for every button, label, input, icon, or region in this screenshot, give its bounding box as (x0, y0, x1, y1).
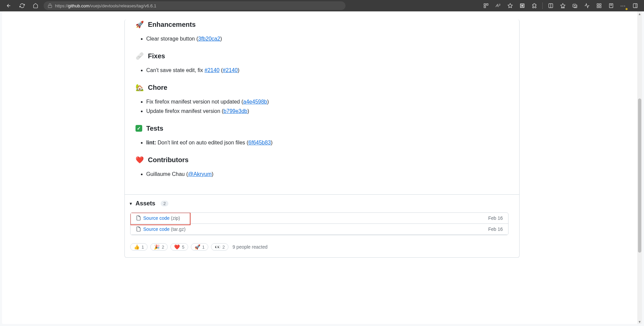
scroll-down-arrow[interactable]: ▼ (637, 319, 642, 324)
list-item: Clear storage button (3fb20ca2) (146, 35, 508, 43)
list-item: Guillaume Chau (@Akryum) (146, 170, 508, 178)
commit-link[interactable]: a4e4598b (243, 99, 267, 105)
reader-icon[interactable] (606, 0, 616, 11)
url-text: https://github.com/vuejs/devtools/releas… (55, 3, 156, 8)
bandage-icon: 🩹 (136, 51, 144, 61)
commit-link[interactable]: 6f645b83 (249, 140, 271, 145)
app-icon[interactable] (481, 0, 491, 11)
reaction-tada[interactable]: 🎉2 (150, 243, 168, 251)
fixes-heading: 🩹Fixes (136, 51, 508, 61)
svg-rect-1 (484, 4, 486, 5)
svg-marker-4 (508, 3, 512, 8)
reacted-summary[interactable]: 9 people reacted (232, 244, 267, 250)
extension-icon[interactable] (529, 0, 540, 11)
release-body: 🚀Enhancements Clear storage button (3fb2… (124, 19, 520, 258)
favorite-icon[interactable] (505, 0, 516, 11)
svg-rect-15 (599, 4, 601, 5)
reactions-bar: 👍1 🎉2 ❤️5 🚀1 👀2 9 people reacted (125, 243, 519, 257)
scrollbar[interactable]: ▲ ▼ (637, 11, 642, 324)
svg-rect-3 (484, 6, 486, 8)
browser-toolbar: https://github.com/vuejs/devtools/releas… (0, 0, 644, 11)
asset-link-zip[interactable]: Source code (zip) (143, 215, 180, 221)
svg-rect-2 (486, 4, 488, 5)
reaction-eyes[interactable]: 👀2 (211, 243, 228, 251)
tests-heading: ✓Tests (136, 123, 508, 133)
scrollbar-thumb[interactable] (638, 99, 641, 253)
more-icon[interactable]: ⋯ (618, 0, 629, 11)
check-icon: ✓ (136, 125, 142, 132)
refresh-button[interactable] (17, 0, 28, 11)
favorites-bar-icon[interactable] (557, 0, 568, 11)
grid-extension-icon[interactable] (594, 0, 604, 11)
commit-link[interactable]: 3fb20ca2 (198, 36, 220, 42)
svg-rect-17 (599, 6, 601, 8)
lock-icon (48, 3, 52, 8)
asset-row: Source code (tar.gz) Feb 16 (130, 224, 508, 235)
enhancements-heading: 🚀Enhancements (136, 19, 508, 29)
asset-link-targz[interactable]: Source code (tar.gz) (143, 226, 185, 232)
address-bar[interactable]: https://github.com/vuejs/devtools/releas… (44, 1, 345, 10)
asset-date: Feb 16 (488, 215, 503, 221)
svg-marker-9 (560, 3, 565, 8)
zip-icon (136, 215, 141, 221)
assets-section: ▼ Assets 2 Source code (zip) Feb 16 (125, 194, 519, 243)
caret-down-icon: ▼ (129, 201, 133, 206)
performance-icon[interactable] (582, 0, 592, 11)
scroll-up-arrow[interactable]: ▲ (637, 11, 642, 16)
assets-toggle[interactable]: ▼ Assets 2 (129, 200, 508, 207)
issue-link[interactable]: #2140 (205, 67, 220, 73)
list-item: Fix firefox manifest version not updated… (146, 98, 508, 106)
issue-link[interactable]: #2140 (223, 67, 238, 73)
asset-date: Feb 16 (488, 226, 503, 232)
svg-rect-6 (521, 5, 523, 6)
zip-icon (136, 226, 141, 232)
svg-rect-14 (597, 4, 599, 5)
collections-icon[interactable] (570, 0, 580, 11)
list-item: lint: Don't lint eof on auto edited json… (146, 139, 508, 147)
reaction-thumbsup[interactable]: 👍1 (130, 243, 148, 251)
home-button[interactable] (30, 0, 41, 11)
rocket-icon: 🚀 (136, 19, 144, 29)
svg-rect-16 (597, 6, 599, 8)
assets-count-badge: 2 (161, 201, 168, 206)
svg-rect-21 (633, 4, 637, 8)
back-button[interactable] (3, 0, 14, 11)
reaction-heart[interactable]: ❤️5 (170, 243, 188, 251)
contributors-heading: ❤️Contributors (136, 155, 508, 165)
house-icon: 🏡 (136, 82, 144, 92)
reaction-rocket[interactable]: 🚀1 (191, 243, 208, 251)
page-viewport: ▲ ▼ 🚀Enhancements Clear storage button (… (2, 11, 642, 324)
user-link[interactable]: @Akryum (188, 171, 212, 177)
list-item: Can't save state edit, fix #2140 (#2140) (146, 66, 508, 74)
heart-icon: ❤️ (136, 155, 144, 165)
list-item: Update firefox manifest version (b799e3d… (146, 107, 508, 115)
square-icon[interactable] (517, 0, 528, 11)
sidebar-icon[interactable] (630, 0, 641, 11)
commit-link[interactable]: b799e3db (223, 108, 247, 114)
chore-heading: 🏡Chore (136, 82, 508, 92)
svg-rect-0 (48, 5, 52, 7)
asset-row: Source code (zip) Feb 16 (130, 213, 508, 224)
read-aloud-icon[interactable]: A)) (493, 0, 503, 11)
split-icon[interactable] (545, 0, 556, 11)
